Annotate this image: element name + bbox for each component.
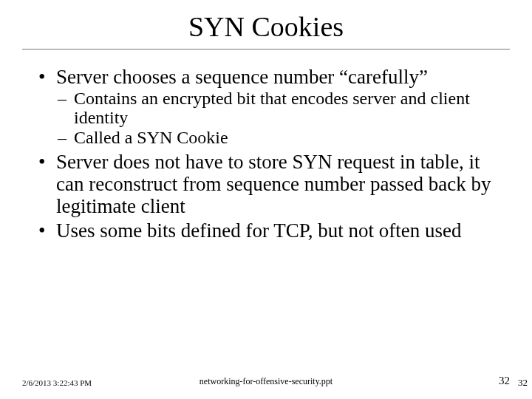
footer-page-inner: 32 (499, 375, 510, 387)
title-rule (22, 49, 510, 50)
footer-filename: networking-for-offensive-security.ppt (22, 376, 510, 387)
bullet-item: Server chooses a sequence number “carefu… (35, 66, 510, 148)
bullet-text: Uses some bits defined for TCP, but not … (56, 219, 461, 242)
slide: SYN Cookies Server chooses a sequence nu… (0, 0, 532, 399)
bullet-item: Server does not have to store SYN reques… (35, 151, 510, 218)
slide-footer: 2/6/2013 3:22:43 PM networking-for-offen… (22, 375, 510, 387)
footer-timestamp: 2/6/2013 3:22:43 PM (22, 378, 92, 387)
bullet-list: Server chooses a sequence number “carefu… (35, 66, 510, 242)
sub-bullet-list: Contains an encrypted bit that encodes s… (56, 89, 510, 148)
slide-title: SYN Cookies (22, 10, 510, 43)
bullet-text: Server does not have to store SYN reques… (56, 151, 491, 217)
bullet-item: Uses some bits defined for TCP, but not … (35, 219, 510, 242)
sub-bullet-item: Called a SYN Cookie (56, 129, 510, 148)
bullet-text: Server chooses a sequence number “carefu… (56, 66, 428, 88)
sub-bullet-item: Contains an encrypted bit that encodes s… (56, 89, 510, 128)
sub-bullet-text: Contains an encrypted bit that encodes s… (74, 89, 470, 127)
slide-content: Server chooses a sequence number “carefu… (22, 66, 510, 242)
footer-page-outer: 32 (518, 377, 528, 389)
sub-bullet-text: Called a SYN Cookie (74, 128, 228, 147)
